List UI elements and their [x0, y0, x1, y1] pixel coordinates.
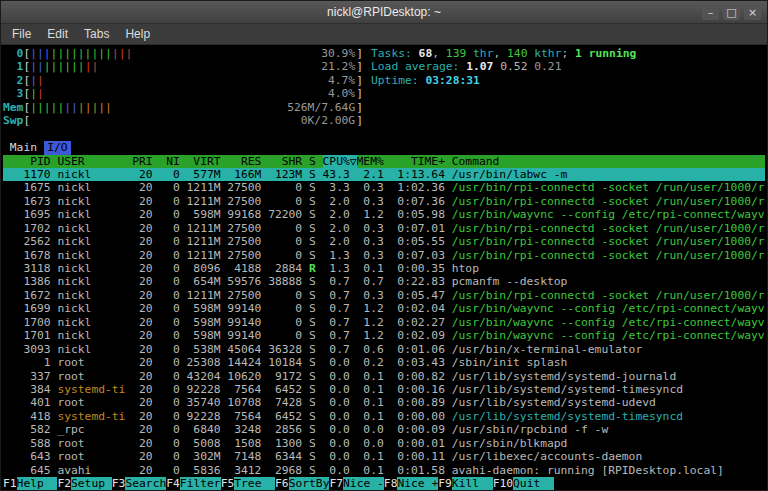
virt-cell: 5836 [187, 464, 221, 477]
cpu-cell: 0.7 [323, 343, 350, 356]
process-row-643[interactable]: 643root200302M71486344S0.00.10:00.11/usr… [3, 450, 765, 463]
maximize-button[interactable]: □ [723, 4, 740, 20]
process-row-401[interactable]: 401root20035740107087428S0.00.10:00.89/u… [3, 396, 765, 409]
column-header-ni[interactable]: NI [159, 155, 179, 168]
menubar: FileEditTabsHelp [1, 24, 767, 45]
time-cell: 0:07.01 [391, 222, 445, 235]
fkey-f6[interactable]: F6SortBy [275, 477, 329, 490]
process-row-1675[interactable]: 1675nickl2001211M275000S3.30.31:02.36/us… [3, 181, 765, 194]
ni-cell: 0 [159, 423, 179, 436]
process-row-1673[interactable]: 1673nickl2001211M275000S2.00.30:07.36/us… [3, 195, 765, 208]
pid-cell: 1702 [3, 222, 51, 235]
process-row-1386[interactable]: 1386nickl200654M5957638888S0.70.70:22.83… [3, 275, 765, 288]
column-header-s[interactable]: S [309, 155, 316, 168]
column-header-time[interactable]: TIME+ [391, 155, 445, 168]
column-header-cmd[interactable]: Command [452, 155, 765, 168]
s-cell: S [309, 423, 316, 436]
s-cell: S [309, 208, 316, 221]
s-cell: S [309, 289, 316, 302]
fkey-f3[interactable]: F3Search [112, 477, 166, 490]
process-row-1702[interactable]: 1702nickl2001211M275000S2.00.30:07.01/us… [3, 222, 765, 235]
column-header-pid[interactable]: PID [3, 155, 51, 168]
column-header-virt[interactable]: VIRT [187, 155, 221, 168]
shr-cell: 0 [268, 316, 302, 329]
res-cell: 27500 [227, 195, 261, 208]
menu-item-file[interactable]: File [4, 25, 39, 43]
pid-cell: 3093 [3, 343, 51, 356]
pid-cell: 337 [3, 370, 51, 383]
fkey-label: Filter [180, 477, 221, 490]
fkey-number: F1 [3, 477, 17, 490]
time-cell: 0:01.06 [391, 343, 445, 356]
process-list: 1170nickl200577M166M123MS43.32.11:13.64/… [3, 168, 765, 477]
titlebar[interactable]: nickl@RPIDesktop: ~ –□× [1, 1, 767, 24]
shr-cell: 0 [268, 329, 302, 342]
process-row-337[interactable]: 337root20043204106209172S0.00.10:00.82/u… [3, 370, 765, 383]
column-header-pri[interactable]: PRI [132, 155, 152, 168]
process-row-645[interactable]: 645avahi200583634122968S0.00.10:01.58ava… [3, 464, 765, 477]
pri-cell: 20 [132, 222, 152, 235]
menu-item-edit[interactable]: Edit [39, 25, 76, 43]
virt-cell: 1211M [187, 181, 221, 194]
fkey-f10[interactable]: F10Quit [493, 477, 554, 490]
fkey-label: Kill [452, 477, 493, 490]
menu-item-tabs[interactable]: Tabs [76, 25, 117, 43]
process-row-1695[interactable]: 1695nickl200598M9916872200S2.01.20:05.98… [3, 208, 765, 221]
column-header-user[interactable]: USER [57, 155, 125, 168]
fkey-f5[interactable]: F5Tree [221, 477, 275, 490]
mem-cell: 0.1 [357, 383, 384, 396]
minimize-button[interactable]: – [702, 4, 719, 20]
shr-cell: 36328 [268, 343, 302, 356]
process-row-418[interactable]: 418systemd-ti2009222875646452S0.00.10:00… [3, 410, 765, 423]
shr-cell: 2884 [268, 262, 302, 275]
fkey-label: Setup [71, 477, 112, 490]
spacer-line [3, 128, 765, 141]
pid-cell: 1678 [3, 249, 51, 262]
fkey-f9[interactable]: F9Kill [438, 477, 492, 490]
process-row-1678[interactable]: 1678nickl2001211M275000S1.30.30:07.03/us… [3, 249, 765, 262]
process-row-1672[interactable]: 1672nickl2001211M275000S0.70.30:05.47/us… [3, 289, 765, 302]
fkey-f8[interactable]: F8Nice + [384, 477, 438, 490]
process-row-1700[interactable]: 1700nickl200598M991400S0.71.20:02.27/usr… [3, 316, 765, 329]
process-row-384[interactable]: 384systemd-ti2009222875646452S0.00.10:00… [3, 383, 765, 396]
process-row-3118[interactable]: 3118nickl200809641882884R1.30.10:00.35ht… [3, 262, 765, 275]
tab-main[interactable]: Main [10, 141, 37, 154]
fkey-number: F2 [57, 477, 71, 490]
column-header-shr[interactable]: SHR [268, 155, 302, 168]
close-button[interactable]: × [744, 4, 761, 20]
column-header-cpu[interactable]: CPU%▽ [323, 155, 357, 168]
shr-cell: 0 [268, 235, 302, 248]
virt-cell: 8096 [187, 262, 221, 275]
window-controls: –□× [702, 4, 767, 20]
process-row-1701[interactable]: 1701nickl200598M991400S0.71.20:02.09/usr… [3, 329, 765, 342]
process-row-1170[interactable]: 1170nickl200577M166M123MS43.32.11:13.64/… [3, 168, 765, 181]
ni-cell: 0 [159, 410, 179, 423]
process-row-1[interactable]: 1root200253081442410184S0.00.20:03.43/sb… [3, 356, 765, 369]
mem-cell: 0.1 [357, 396, 384, 409]
process-row-2562[interactable]: 2562nickl2001211M275000S2.00.30:05.55/us… [3, 235, 765, 248]
process-row-588[interactable]: 588root200500815081300S0.00.00:00.01/usr… [3, 437, 765, 450]
cmd-cell: /usr/sbin/blkmapd [452, 437, 765, 450]
s-cell: S [309, 464, 316, 477]
tab-io[interactable]: I/O [44, 141, 71, 154]
fkey-f1[interactable]: F1Help [3, 477, 57, 490]
column-header-res[interactable]: RES [227, 155, 261, 168]
column-header-mem[interactable]: MEM% [357, 155, 384, 168]
virt-cell: 598M [187, 302, 221, 315]
s-cell: S [309, 383, 316, 396]
fkey-f4[interactable]: F4Filter [166, 477, 220, 490]
menu-item-help[interactable]: Help [117, 25, 158, 43]
pri-cell: 20 [132, 316, 152, 329]
res-cell: 3412 [227, 464, 261, 477]
process-row-1699[interactable]: 1699nickl200598M991400S0.71.20:02.04/usr… [3, 302, 765, 315]
mem-cell: 0.6 [357, 343, 384, 356]
fkey-f2[interactable]: F2Setup [57, 477, 111, 490]
ni-cell: 0 [159, 437, 179, 450]
process-row-3093[interactable]: 3093nickl200538M4506436328S0.70.60:01.06… [3, 343, 765, 356]
mem-cell: 0.7 [357, 275, 384, 288]
fkey-f7[interactable]: F7Nice - [329, 477, 383, 490]
res-cell: 99168 [227, 208, 261, 221]
memory-meter-bar: ||||||||||||526M/7.64G [30, 101, 356, 114]
process-row-582[interactable]: 582_rpc200684032482856S0.00.00:00.09/usr… [3, 423, 765, 436]
cpu-cell: 2.0 [323, 235, 350, 248]
